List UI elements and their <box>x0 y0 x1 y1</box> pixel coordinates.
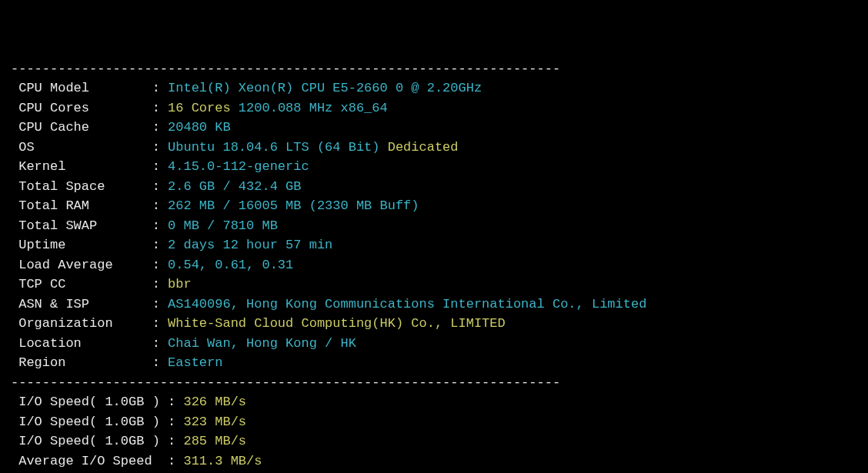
info-row: Location : Chai Wan, Hong Kong / HK <box>11 334 857 354</box>
row-separator: : <box>144 218 168 233</box>
row-label: CPU Cache <box>11 120 144 135</box>
row-value: 2.6 GB / 432.4 GB <box>168 179 301 194</box>
row-label: Region <box>11 355 144 370</box>
row-value: Ubuntu 18.04.6 LTS (64 Bit) <box>168 140 379 155</box>
row-label: Total SWAP <box>11 218 144 233</box>
io-label: Average I/O Speed <box>11 454 160 468</box>
row-separator: : <box>144 101 168 115</box>
row-label: Kernel <box>11 159 144 174</box>
row-separator: : <box>144 297 168 311</box>
row-value: 2 days 12 hour 57 min <box>168 238 332 252</box>
row-separator: : <box>144 81 168 95</box>
row-separator: : <box>160 434 184 448</box>
row-separator: : <box>160 395 184 409</box>
row-label: Total RAM <box>11 198 144 213</box>
divider: ----------------------------------------… <box>11 59 857 79</box>
io-row: I/O Speed( 1.0GB ) : 326 MB/s <box>11 392 857 412</box>
row-separator: : <box>144 159 168 174</box>
row-label: OS <box>11 140 144 155</box>
row-label: CPU Cores <box>11 101 144 115</box>
info-row: Organization : White-Sand Cloud Computin… <box>11 314 857 334</box>
row-separator: : <box>160 415 184 429</box>
row-separator: : <box>144 336 168 351</box>
io-value: 323 MB/s <box>183 415 246 429</box>
io-row: I/O Speed( 1.0GB ) : 285 MB/s <box>11 431 857 451</box>
io-row: Average I/O Speed : 311.3 MB/s <box>11 451 857 471</box>
row-separator: : <box>144 316 168 331</box>
info-row: TCP CC : bbr <box>11 275 857 295</box>
info-row: OS : Ubuntu 18.04.6 LTS (64 Bit) Dedicat… <box>11 138 857 158</box>
info-row: CPU Model : Intel(R) Xeon(R) CPU E5-2660… <box>11 78 857 98</box>
info-row: Load Average : 0.54, 0.61, 0.31 <box>11 255 857 275</box>
row-value: Eastern <box>168 355 222 370</box>
info-row: Uptime : 2 days 12 hour 57 min <box>11 235 857 255</box>
row-value: 0.54, 0.61, 0.31 <box>168 258 293 272</box>
io-value: 285 MB/s <box>183 434 246 448</box>
row-value: Chai Wan, Hong Kong / HK <box>168 336 356 351</box>
info-row: ASN & ISP : AS140096, Hong Kong Communic… <box>11 295 857 315</box>
row-value: 0 MB / 7810 MB <box>168 218 278 233</box>
row-label: CPU Model <box>11 81 144 95</box>
row-value: AS140096, Hong Kong Communications Inter… <box>168 297 646 311</box>
row-label: Location <box>11 336 144 351</box>
info-row: Kernel : 4.15.0-112-generic <box>11 157 857 177</box>
info-row: CPU Cache : 20480 KB <box>11 118 857 138</box>
row-separator: : <box>144 258 168 272</box>
row-separator: : <box>144 277 168 291</box>
io-label: I/O Speed( 1.0GB ) <box>11 395 160 409</box>
row-value: 4.15.0-112-generic <box>168 159 309 174</box>
row-value: 16 Cores <box>168 101 231 115</box>
row-label: Uptime <box>11 238 144 252</box>
row-label: Load Average <box>11 258 144 272</box>
terminal-output: ----------------------------------------… <box>11 59 857 474</box>
row-separator: : <box>144 179 168 194</box>
io-label: I/O Speed( 1.0GB ) <box>11 415 160 429</box>
row-label: Organization <box>11 316 144 331</box>
row-value: 1200.088 MHz x86_64 <box>231 101 388 115</box>
row-value: Intel(R) Xeon(R) CPU E5-2660 0 @ 2.20GHz <box>168 81 482 95</box>
row-label: ASN & ISP <box>11 297 144 311</box>
row-separator: : <box>144 238 168 252</box>
info-row: Total Space : 2.6 GB / 432.4 GB <box>11 177 857 197</box>
info-row: CPU Cores : 16 Cores 1200.088 MHz x86_64 <box>11 98 857 118</box>
io-label: I/O Speed( 1.0GB ) <box>11 434 160 448</box>
row-separator: : <box>144 140 168 155</box>
row-value: 20480 KB <box>168 120 231 135</box>
io-value: 326 MB/s <box>183 395 246 409</box>
row-label: Total Space <box>11 179 144 194</box>
info-row: Total RAM : 262 MB / 16005 MB (2330 MB B… <box>11 196 857 216</box>
row-separator: : <box>160 454 184 468</box>
row-value: Dedicated <box>380 140 459 155</box>
row-value: 262 MB / 16005 MB (2330 MB Buff) <box>168 198 419 213</box>
info-row: Region : Eastern <box>11 353 857 373</box>
row-separator: : <box>144 120 168 135</box>
info-row: Total SWAP : 0 MB / 7810 MB <box>11 216 857 236</box>
row-label: TCP CC <box>11 277 144 291</box>
io-value: 311.3 MB/s <box>183 454 262 468</box>
row-separator: : <box>144 198 168 213</box>
divider: ----------------------------------------… <box>11 373 857 393</box>
io-row: I/O Speed( 1.0GB ) : 323 MB/s <box>11 412 857 432</box>
row-value: bbr <box>168 277 192 291</box>
row-separator: : <box>144 355 168 370</box>
row-value: White-Sand Cloud Computing(HK) Co., LIMI… <box>168 316 506 331</box>
